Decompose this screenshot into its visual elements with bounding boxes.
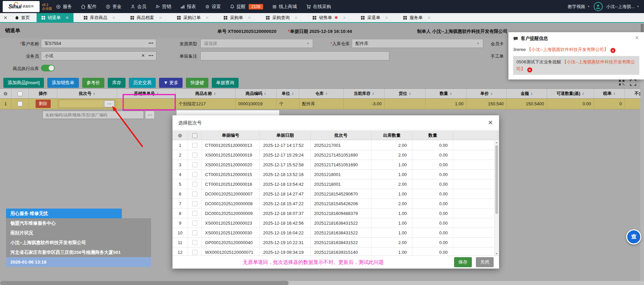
batch-row-checkbox[interactable] xyxy=(192,240,197,245)
batch-row-checkbox[interactable] xyxy=(192,201,197,206)
clear-icon[interactable]: ✕ xyxy=(141,53,145,58)
tab-close-icon[interactable]: ✕ xyxy=(65,15,69,20)
batch-row-checkbox[interactable] xyxy=(192,162,197,167)
menu-item-线上商城[interactable]: 线上商城 xyxy=(272,4,297,10)
batch-row-checkbox[interactable] xyxy=(192,172,197,177)
product-search-lookup-button[interactable]: ⋯ xyxy=(145,111,155,119)
column-header-单价[interactable]: 单价▲▼ xyxy=(466,89,507,98)
tab-销售单[interactable]: 销售单✱✕ xyxy=(308,13,351,22)
column-header-税率[interactable]: 税率▲▼ xyxy=(594,89,625,98)
customer-name-input[interactable] xyxy=(41,39,156,48)
invoice-type-select[interactable]: 请选择 ▼ xyxy=(200,39,313,48)
orig-sale-no-cell[interactable] xyxy=(117,99,176,109)
remark-input[interactable] xyxy=(200,51,389,60)
row-checkbox[interactable] xyxy=(17,101,22,106)
column-header-可退数量(基)[interactable]: 可退数量(基)▲▼ xyxy=(547,89,594,98)
tab-home[interactable]: 首页 xyxy=(11,13,37,22)
select-all-checkbox[interactable] xyxy=(17,91,22,96)
toolbar-button-添加商品[Insert][interactable]: 添加商品[Insert] xyxy=(3,78,44,88)
menu-item-服务[interactable]: 服务 xyxy=(56,4,72,10)
batch-row[interactable]: 2XS000120251200000192025-12-17 15:29:242… xyxy=(172,150,494,160)
close-all-tabs-icon[interactable]: ✕ xyxy=(0,13,11,22)
customer-lookup-button[interactable]: ⋯ xyxy=(148,40,153,46)
delete-row-button[interactable]: 删除 xyxy=(36,100,51,108)
toolbar-button- 更多[interactable]: ▼ 更多 xyxy=(159,78,183,88)
salesman-input[interactable] xyxy=(41,51,156,60)
batch-row-checkbox[interactable] xyxy=(192,143,197,148)
column-header-当前库存[interactable]: 当前库存▲▼ xyxy=(344,89,385,98)
tab-商品档案[interactable]: 商品档案✕ xyxy=(126,13,167,22)
batch-row-checkbox[interactable] xyxy=(192,221,197,226)
tab-close-icon[interactable]: ✕ xyxy=(343,15,346,20)
column-header-仓库[interactable]: 仓库▲▼ xyxy=(299,89,344,98)
tab-库存商品[interactable]: 库存商品✕ xyxy=(79,13,120,22)
reminder-dismiss-icon[interactable]: ✕ xyxy=(527,67,532,72)
tab-采购查询[interactable]: 采购查询✕ xyxy=(261,13,302,22)
toolbar-button-单据查询[interactable]: 单据查询 xyxy=(212,78,239,88)
menu-item-设置[interactable]: 设置 xyxy=(205,4,221,10)
menu-item-会员[interactable]: 会员 xyxy=(131,4,146,10)
tutorial-videos-link[interactable]: 教学视频 ▼ xyxy=(568,4,590,10)
toolbar-button-添加销售单[interactable]: 添加销售单 xyxy=(47,78,79,88)
user-menu[interactable]: 小沈--上海骐... ▼ xyxy=(606,4,639,10)
product-search-input[interactable] xyxy=(42,111,144,119)
salesman-lookup-button[interactable]: ⋯ xyxy=(148,53,153,59)
batch-row-checkbox[interactable] xyxy=(192,211,197,216)
dialog-close-icon[interactable]: ✕ xyxy=(488,119,493,126)
batch-row-checkbox[interactable] xyxy=(192,250,197,255)
warehouse-select[interactable]: 配件库 ▼ xyxy=(352,39,483,48)
column-header-批次号[interactable]: 批次号▲▼ xyxy=(57,89,117,98)
column-header-数量[interactable]: 数量▲▼ xyxy=(426,89,466,98)
batch-row[interactable]: 8DC000120251200000092025-12-18 16:07:372… xyxy=(172,209,494,218)
toolbar-button-库存[interactable]: 库存 xyxy=(108,78,126,88)
tab-销退单[interactable]: 销退单✕ xyxy=(37,13,73,22)
save-button[interactable]: 保存 xyxy=(454,257,472,267)
menu-item-营销[interactable]: 营销 xyxy=(155,4,171,10)
batch-row[interactable]: 11GP000120251200000402025-12-19 10:22:31… xyxy=(172,238,494,247)
menu-item-配件[interactable]: 配件 xyxy=(81,4,97,10)
avatar[interactable] xyxy=(594,2,603,11)
menu-item-报表[interactable]: 报表 xyxy=(180,4,196,10)
toolbar-button-快捷键[interactable]: 快捷键 xyxy=(186,78,208,88)
table-settings-gear[interactable] xyxy=(0,89,11,98)
menu-item-资金[interactable]: 资金 xyxy=(106,4,121,10)
batch-row[interactable]: 4CT000120251200000152025-12-18 13:52:162… xyxy=(172,170,494,179)
toolbar-button-参考价[interactable]: 参考价 xyxy=(82,78,105,88)
scrollbar-thumb[interactable] xyxy=(495,145,498,214)
batch-row[interactable]: 1CT000120251200000132025-12-17 14:17:522… xyxy=(172,140,494,150)
scrollbar-thumb[interactable] xyxy=(0,281,289,285)
batch-lookup-button[interactable]: ⋯ xyxy=(104,100,114,107)
tab-close-icon[interactable]: ✕ xyxy=(205,15,209,20)
batch-row-checkbox[interactable] xyxy=(192,182,197,187)
column-header-单位[interactable]: 单位▲▼ xyxy=(277,89,299,98)
menu-item-在线采购[interactable]: 在线采购 xyxy=(306,4,331,10)
column-header-货位[interactable]: 货位▲▼ xyxy=(385,89,426,98)
tab-close-icon[interactable]: ✕ xyxy=(385,15,388,20)
batch-row[interactable]: 3XS000120251200000202025-12-17 15:52:582… xyxy=(172,160,494,170)
reminder-panel-close-icon[interactable]: ✕ xyxy=(635,35,639,41)
batch-row-checkbox[interactable] xyxy=(192,191,197,196)
column-header-原销售单号[interactable]: 原销售单号▲▼ xyxy=(117,89,176,98)
batch-row[interactable]: 12WX000120251200000712025-12-19 09:34:19… xyxy=(172,247,494,255)
batch-row[interactable]: 9XS000120251200000232025-12-18 16:42:562… xyxy=(172,218,494,228)
tab-采退单[interactable]: 采退单✕ xyxy=(356,13,393,22)
batch-row[interactable]: 7DC000120251200000082025-12-18 15:47:222… xyxy=(172,199,494,209)
reminder-dismiss-icon[interactable]: ✕ xyxy=(610,48,615,53)
batch-row-checkbox[interactable] xyxy=(192,230,197,235)
tab-close-icon[interactable]: ✕ xyxy=(112,15,115,20)
column-header-商品编码[interactable]: 商品编码▲▼ xyxy=(236,89,277,98)
batch-input[interactable]: ⋯ xyxy=(59,100,115,108)
tab-采购单[interactable]: 采购单✕ xyxy=(219,13,256,22)
tab-采购订单[interactable]: 采购订单✕ xyxy=(172,13,213,22)
batch-row[interactable]: 5CT000120251200000162025-12-18 13:54:422… xyxy=(172,179,494,189)
tab-close-icon[interactable]: ✕ xyxy=(427,15,431,20)
batch-select-all-checkbox[interactable] xyxy=(192,133,197,138)
batch-row-checkbox[interactable] xyxy=(192,153,197,158)
horizontal-scrollbar[interactable] xyxy=(0,281,644,285)
menu-item-提醒[interactable]: 提醒2108 xyxy=(230,4,263,10)
batch-row[interactable]: 10XS000120251200000302025-12-19 16:04:22… xyxy=(172,228,494,238)
outbound-toggle[interactable] xyxy=(41,65,55,71)
tab-close-icon[interactable]: ✕ xyxy=(248,15,251,20)
panel-layout-icon[interactable] xyxy=(618,79,625,87)
scroll-up-icon[interactable]: ▲ xyxy=(495,141,499,144)
